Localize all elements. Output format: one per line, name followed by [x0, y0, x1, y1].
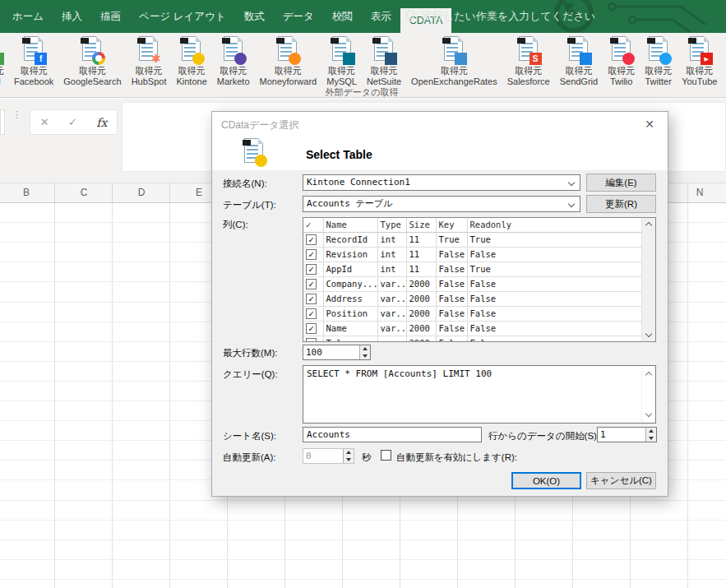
columns-listview[interactable]: ✓NameTypeSizeKeyReadonly✓RecordIdint11Tr… — [303, 217, 656, 342]
table-row[interactable]: ✓RecordIdint11TrueTrue — [303, 232, 642, 247]
source-name: Marketo — [217, 76, 250, 87]
auto-refresh-checkbox[interactable] — [381, 450, 391, 461]
row-checkbox[interactable]: ✓ — [306, 338, 317, 343]
start-row-stepper[interactable]: 1 — [597, 427, 657, 442]
tell-me-box[interactable]: 実行したい作業を入力してください — [405, 0, 595, 33]
ribbon-button-netsuite[interactable]: 取得元NetSuite — [362, 35, 406, 86]
tab-ページ レイアウト[interactable]: ページ レイアウト — [130, 0, 235, 33]
table-row[interactable]: ✓AppIdint11FalseTrue — [303, 262, 642, 276]
chevron-down-icon — [568, 179, 575, 186]
cancel-icon[interactable]: ✕ — [40, 116, 49, 128]
crm-brand-icon — [0, 53, 4, 65]
connection-select[interactable]: Kintone Connection1 — [303, 174, 580, 191]
column-header-C[interactable]: C — [67, 183, 100, 202]
column-header-D[interactable]: D — [125, 183, 158, 202]
twitter-brand-icon — [659, 53, 672, 65]
row-checkbox[interactable]: ✓ — [306, 249, 317, 260]
enter-icon[interactable]: ✓ — [68, 116, 77, 128]
cell-name: Revision — [323, 247, 377, 262]
kintone-doc-icon — [179, 35, 204, 65]
source-name: MySQL — [326, 76, 357, 87]
ribbon-button-hubspot[interactable]: ✱取得元HubSpot — [127, 35, 172, 86]
ribbon-button-facebook[interactable]: f取得元Facebook — [9, 35, 58, 86]
ribbon-button-googlesearch[interactable]: 取得元GoogleSearch — [58, 35, 126, 86]
sheet-name-input[interactable]: Accounts — [303, 427, 482, 442]
scroll-down-icon[interactable] — [645, 331, 652, 337]
ribbon-button-twilio[interactable]: 取得元Twilio — [603, 35, 640, 86]
tab-ホーム[interactable]: ホーム — [3, 0, 53, 33]
column-header-type[interactable]: Type — [377, 218, 406, 232]
cancel-button[interactable]: キャンセル(C) — [586, 472, 656, 489]
ribbon-button-sendgrid[interactable]: 取得元SendGrid — [555, 35, 603, 86]
row-checkbox[interactable]: ✓ — [306, 294, 317, 304]
netsuite-doc-icon — [372, 35, 396, 65]
table-row[interactable]: ✓Positionvar...2000FalseFalse — [303, 306, 642, 321]
table-row[interactable]: ✓Company...var...2000FalseFalse — [303, 276, 642, 291]
ribbon-button-crm[interactable]: 取得元CRM — [0, 35, 9, 86]
spin-down-icon[interactable] — [360, 353, 370, 360]
ribbon-button-partial[interactable]: 取得元 — [722, 35, 726, 76]
start-row-value: 1 — [600, 428, 606, 442]
row-checkbox[interactable]: ✓ — [306, 234, 317, 245]
select-all-checkmark[interactable]: ✓ — [303, 218, 323, 232]
tab-挿入[interactable]: 挿入 — [53, 0, 91, 33]
ok-button[interactable]: OK(O) — [511, 472, 581, 489]
tell-me-label: 実行したい作業を入力してください — [422, 9, 595, 24]
query-textarea[interactable]: SELECT * FROM [Accounts] LIMIT 100 — [303, 365, 656, 424]
column-header-size[interactable]: Size — [406, 218, 436, 232]
row-checkbox[interactable]: ✓ — [306, 279, 317, 289]
ribbon-button-marketo[interactable]: 取得元Marketo — [212, 35, 255, 86]
table-row[interactable]: ✓Addressvar...2000FalseFalse — [303, 291, 642, 306]
scroll-up-icon[interactable] — [645, 372, 652, 378]
table-row[interactable]: ✓Telvar...2000FalseFalse — [303, 336, 642, 342]
ribbon-button-salesforce[interactable]: S取得元Salesforce — [502, 35, 555, 86]
table-select[interactable]: Accounts テーブル — [303, 196, 580, 212]
scroll-up-icon[interactable] — [645, 222, 652, 229]
refresh-button[interactable]: 更新(R) — [586, 195, 656, 213]
table-row[interactable]: ✓Namevar...2000FalseFalse — [303, 321, 642, 336]
ribbon-buttons: 取得元CRMf取得元Facebook取得元GoogleSearch✱取得元Hub… — [0, 35, 726, 86]
spin-down-icon[interactable] — [646, 435, 656, 442]
edit-button[interactable]: 編集(E) — [586, 174, 656, 192]
source-label: 取得元 — [136, 66, 163, 76]
column-header-name[interactable]: Name — [323, 218, 377, 232]
cell-size: 2000 — [406, 336, 436, 342]
insert-function-icon[interactable]: fx — [96, 116, 107, 129]
tab-校閲[interactable]: 校閲 — [323, 0, 362, 33]
column-header-readonly[interactable]: Readonly — [467, 218, 642, 232]
youtube-doc-icon: ▶ — [687, 35, 712, 65]
ribbon-button-moneyforward[interactable]: 取得元Moneyforward — [255, 35, 322, 86]
column-header-N[interactable]: N — [683, 183, 716, 202]
ribbon-button-mysql[interactable]: 取得元MySQL — [321, 35, 362, 86]
column-header-B[interactable]: B — [10, 183, 43, 202]
max-rows-stepper[interactable]: 100 — [303, 345, 371, 360]
cell-readonly: False — [467, 306, 642, 321]
tab-表示[interactable]: 表示 — [362, 0, 400, 33]
spin-up-icon[interactable] — [646, 428, 656, 435]
ribbon-button-twitter[interactable]: 取得元Twitter — [640, 35, 677, 86]
ribbon-button-youtube[interactable]: ▶取得元YouTube — [677, 35, 722, 86]
seconds-label: 秒 — [362, 451, 372, 464]
scroll-down-icon[interactable] — [645, 410, 652, 417]
tab-数式[interactable]: 数式 — [235, 0, 274, 33]
ribbon-button-openexchangerates[interactable]: 取得元OpenExchangeRates — [406, 35, 502, 86]
source-label: 取得元 — [515, 66, 542, 76]
query-scrollbar[interactable] — [641, 366, 655, 423]
row-checkbox[interactable]: ✓ — [306, 308, 317, 319]
row-checkbox[interactable]: ✓ — [306, 264, 317, 275]
excel-window: ホーム挿入描画ページ レイアウト数式データ校閲表示CDATA 実行したい作業を入… — [0, 0, 726, 588]
auto-refresh-value: 0 — [306, 450, 312, 463]
name-box[interactable] — [0, 109, 5, 135]
tab-データ[interactable]: データ — [274, 0, 323, 33]
listview-scrollbar[interactable] — [641, 218, 655, 341]
cell-key: False — [436, 336, 467, 342]
ribbon-button-kintone[interactable]: 取得元Kintone — [171, 35, 211, 86]
source-name: Salesforce — [507, 76, 550, 87]
table-row[interactable]: ✓Revisionint11FalseFalse — [303, 247, 642, 262]
close-icon[interactable]: ✕ — [640, 116, 659, 132]
column-header-E[interactable]: E — [183, 183, 215, 202]
spin-up-icon[interactable] — [360, 345, 370, 353]
tab-描画[interactable]: 描画 — [91, 0, 130, 33]
row-checkbox[interactable]: ✓ — [306, 323, 317, 334]
column-header-key[interactable]: Key — [436, 218, 467, 232]
